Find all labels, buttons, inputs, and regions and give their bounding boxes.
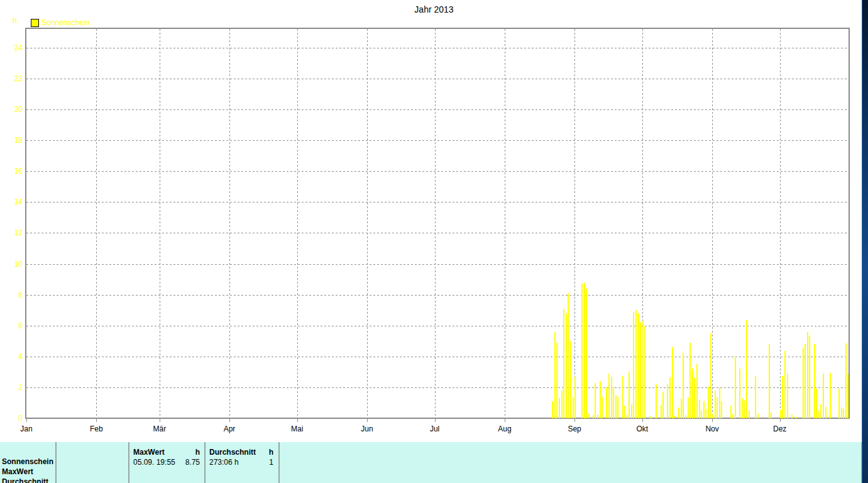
x-tick-label: Sep xyxy=(568,425,581,433)
sunshine-bar xyxy=(744,401,745,418)
y-tick-label: 0 xyxy=(5,414,23,423)
x-tick-mark xyxy=(229,419,230,422)
sunshine-bar xyxy=(703,401,705,418)
maxwert-unit: h xyxy=(133,447,200,457)
sunshine-bar xyxy=(681,399,682,418)
sunshine-bar xyxy=(809,336,810,418)
sunshine-bar xyxy=(780,410,781,419)
sunshine-bar xyxy=(581,284,583,418)
sunshine-bar xyxy=(674,416,675,418)
sunshine-bar xyxy=(692,369,693,418)
sunshine-bar xyxy=(705,409,706,418)
sunshine-bar xyxy=(730,406,732,418)
sunshine-bar xyxy=(635,310,637,418)
sunshine-bar xyxy=(823,374,824,418)
gridline-v xyxy=(96,29,97,418)
sunshine-bar xyxy=(732,414,733,418)
stats-panel: Sonnenschein MaxWert Durchschnitt MaxWer… xyxy=(0,442,862,483)
sunshine-bar xyxy=(593,415,594,418)
gridline-h xyxy=(26,171,849,172)
sunshine-bar xyxy=(746,320,747,418)
x-tick-mark xyxy=(160,419,160,422)
sunshine-bar xyxy=(791,414,793,418)
sunshine-bar xyxy=(847,374,849,418)
sunshine-bar xyxy=(739,369,740,418)
x-tick-mark xyxy=(505,419,505,422)
sunshine-bar xyxy=(617,397,618,418)
sunshine-bar xyxy=(825,407,827,418)
gridline-v xyxy=(780,29,781,418)
y-tick-label: 4 xyxy=(5,352,23,361)
gridline-h xyxy=(26,233,849,233)
gridline-v xyxy=(229,29,230,418)
sunshine-bar xyxy=(574,377,576,418)
y-tick-label: 12 xyxy=(5,228,23,237)
gridline-h xyxy=(26,79,849,79)
sunshine-bar xyxy=(735,356,736,418)
sunshine-bar xyxy=(814,344,815,418)
y-tick-label: 6 xyxy=(5,321,23,330)
sunshine-bar xyxy=(838,389,840,418)
stats-separator xyxy=(278,442,280,483)
sunshine-bar xyxy=(694,378,695,418)
y-axis-unit-label: h xyxy=(13,16,17,25)
sunshine-bar xyxy=(665,417,666,419)
sunshine-bar xyxy=(649,416,651,418)
y-tick-label: 16 xyxy=(5,167,23,175)
sunshine-bar xyxy=(554,332,556,419)
x-tick-mark xyxy=(96,419,97,422)
y-tick-label: 24 xyxy=(5,43,23,52)
x-tick-mark xyxy=(297,419,298,422)
x-tick-label: Okt xyxy=(636,425,648,433)
sunshine-bar xyxy=(600,381,601,418)
gridline-v xyxy=(574,29,575,418)
gridline-h xyxy=(26,48,849,48)
sunshine-bar xyxy=(669,377,671,418)
sunshine-bar xyxy=(757,414,759,418)
gridline-h xyxy=(26,326,849,326)
sunshine-bar xyxy=(611,377,612,418)
x-tick-label: Nov xyxy=(705,425,718,433)
sunshine-bar xyxy=(638,313,639,418)
x-tick-mark xyxy=(642,419,643,422)
sunshine-bar xyxy=(843,409,844,418)
gridline-h xyxy=(26,109,849,110)
sunshine-bar xyxy=(644,326,646,418)
sunshine-bar xyxy=(561,391,563,418)
gridline-h xyxy=(26,357,849,357)
sunshine-bar xyxy=(622,376,624,419)
x-tick-label: Jul xyxy=(430,425,439,433)
gridline-h xyxy=(26,202,849,203)
x-tick-label: Mai xyxy=(291,425,303,433)
sunshine-bar xyxy=(755,376,756,419)
sunshine-bar xyxy=(689,343,691,418)
sunshine-bar xyxy=(629,372,630,418)
page-title: Jahr 2013 xyxy=(0,4,868,14)
sunshine-bar xyxy=(624,406,625,418)
gridline-v xyxy=(160,29,160,418)
sunshine-bar xyxy=(627,414,628,418)
sunshine-bar xyxy=(769,344,770,418)
sunshine-bar xyxy=(608,374,610,418)
sunshine-bar xyxy=(796,417,797,419)
sunshine-bar xyxy=(688,397,689,418)
stats-row-label-durchschnitt: Durchschnitt xyxy=(2,477,48,483)
sunshine-bar xyxy=(584,283,585,418)
sunshine-bar xyxy=(602,397,603,418)
sunshine-bar xyxy=(651,417,652,419)
sunshine-bar xyxy=(586,289,587,418)
sunshine-bar xyxy=(661,405,662,418)
sunshine-bar xyxy=(708,387,709,418)
plot-frame xyxy=(25,28,850,419)
y-tick-label: 10 xyxy=(5,260,23,269)
sunshine-bar xyxy=(845,343,847,418)
x-tick-label: Apr xyxy=(224,425,236,433)
x-tick-label: Feb xyxy=(90,425,103,433)
x-tick-mark xyxy=(574,419,575,422)
sunshine-bar xyxy=(631,404,632,418)
stats-separator xyxy=(204,442,206,483)
sunshine-bar xyxy=(807,332,808,419)
y-tick-label: 22 xyxy=(5,74,23,83)
sunshine-bar xyxy=(816,389,817,418)
x-tick-mark xyxy=(780,419,781,422)
